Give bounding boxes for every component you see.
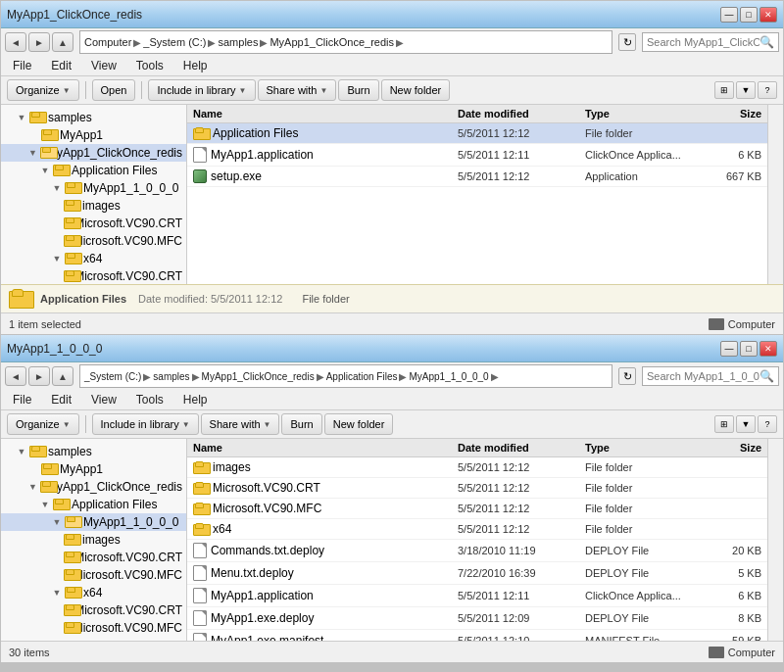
search-input-2[interactable] [647, 370, 760, 382]
menu-file-1[interactable]: File [9, 58, 35, 73]
search-input-1[interactable] [647, 36, 760, 48]
col-header-name-2[interactable]: Name [193, 442, 458, 454]
menu-edit-1[interactable]: Edit [47, 58, 75, 73]
menu-help-1[interactable]: Help [179, 58, 212, 73]
up-button-1[interactable]: ▲ [52, 32, 74, 52]
sidebar2-item-vcmfc2[interactable]: Microsoft.VC90.MFC [1, 619, 186, 637]
share-with-button-2[interactable]: Share with ▼ [201, 413, 280, 435]
address-bar-1[interactable]: Computer ▶ _System (C:) ▶ samples ▶ MyAp… [79, 30, 612, 54]
col-header-type-2[interactable]: Type [585, 442, 703, 454]
info-type-1: File folder [302, 293, 349, 305]
sidebar-item-images[interactable]: images [1, 197, 186, 215]
help-btn-2[interactable]: ? [758, 415, 777, 433]
file2-row-4[interactable]: Commands.txt.deploy 3/18/2010 11:19 DEPL… [187, 540, 767, 562]
file-row-0[interactable]: Application Files 5/5/2011 12:12 File fo… [187, 123, 767, 144]
scrollbar-1[interactable] [767, 105, 783, 284]
file2-row-0[interactable]: images 5/5/2011 12:12 File folder [187, 457, 767, 478]
organize-button-1[interactable]: Organize ▼ [7, 79, 79, 101]
maximize-button-2[interactable]: □ [740, 341, 758, 357]
close-button-1[interactable]: ✕ [760, 7, 777, 23]
col-header-date-1[interactable]: Date modified [458, 108, 585, 120]
file2-row-7[interactable]: MyApp1.exe.deploy 5/5/2011 12:09 DEPLOY … [187, 607, 767, 630]
main-area-2: ▼ samples MyApp1 ▼ MyApp1_ClickOnce_redi… [1, 439, 783, 641]
sidebar-item-x64[interactable]: ▼ x64 [1, 250, 186, 267]
col-header-date-2[interactable]: Date modified [458, 442, 585, 454]
sidebar-item-appfiles[interactable]: ▼ Application Files [1, 162, 186, 179]
file-row-1[interactable]: MyApp1.application 5/5/2011 12:11 ClickO… [187, 144, 767, 167]
sidebar2-item-vcmfc[interactable]: Microsoft.VC90.MFC [1, 566, 186, 584]
back-button-2[interactable]: ◄ [5, 366, 26, 386]
forward-button-1[interactable]: ► [28, 32, 50, 52]
refresh-button-1[interactable]: ↻ [618, 33, 636, 51]
sidebar2-label-vcmfc2: Microsoft.VC90.MFC [74, 621, 182, 635]
close-button-2[interactable]: ✕ [760, 341, 777, 357]
col-header-size-1[interactable]: Size [703, 108, 761, 120]
include-library-button-1[interactable]: Include in library ▼ [148, 79, 255, 101]
new-folder-button-2[interactable]: New folder [324, 413, 394, 435]
menu-view-2[interactable]: View [87, 392, 121, 408]
col-header-size-2[interactable]: Size [703, 442, 761, 454]
sidebar2-item-samples[interactable]: ▼ samples [1, 443, 186, 460]
view-btn-2a[interactable]: ⊞ [714, 415, 734, 433]
address-bar-2[interactable]: _System (C:) ▶ samples ▶ MyApp1_ClickOnc… [79, 364, 612, 388]
file2-row-8[interactable]: MyApp1.exe.manifest 5/5/2011 12:10 MANIF… [187, 630, 767, 641]
sidebar2-item-vcrt2[interactable]: Microsoft.VC90.CRT [1, 601, 186, 619]
sidebar2-item-myapp1[interactable]: MyApp1 [1, 460, 186, 478]
burn-button-2[interactable]: Burn [281, 413, 321, 435]
organize-button-2[interactable]: Organize ▼ [7, 413, 79, 435]
sidebar2-item-x64[interactable]: ▼ x64 [1, 584, 186, 601]
col-header-type-1[interactable]: Type [585, 108, 703, 120]
file2-date-0: 5/5/2011 12:12 [458, 461, 585, 473]
folder-icon-vcrt2 [64, 270, 72, 282]
sidebar2-item-myapp1100[interactable]: ▼ MyApp1_1_0_0_0 [1, 513, 186, 531]
sidebar2-label-x64: x64 [83, 586, 102, 600]
minimize-button-1[interactable]: — [720, 7, 738, 23]
file2-row-5[interactable]: Menu.txt.deploy 7/22/2010 16:39 DEPLOY F… [187, 562, 767, 585]
sidebar2-item-vcrt[interactable]: Microsoft.VC90.CRT [1, 549, 186, 566]
menu-edit-2[interactable]: Edit [47, 392, 75, 408]
include-library-button-2[interactable]: Include in library ▼ [92, 413, 199, 435]
open-button-1[interactable]: Open [92, 79, 136, 101]
file2-row-3[interactable]: x64 5/5/2011 12:12 File folder [187, 519, 767, 540]
sidebar-item-myapp1100[interactable]: ▼ MyApp1_1_0_0_0 [1, 179, 186, 197]
refresh-button-2[interactable]: ↻ [618, 367, 636, 385]
scrollbar-2[interactable] [767, 439, 783, 641]
sidebar2-label-myapp1: MyApp1 [60, 462, 103, 476]
file-row-2[interactable]: setup.exe 5/5/2011 12:12 Application 667… [187, 167, 767, 187]
up-button-2[interactable]: ▲ [52, 366, 74, 386]
menu-tools-1[interactable]: Tools [132, 58, 168, 73]
minimize-button-2[interactable]: — [720, 341, 738, 357]
sidebar-item-clickonce[interactable]: ▼ MyApp1_ClickOnce_redis [1, 144, 186, 162]
forward-button-2[interactable]: ► [28, 366, 50, 386]
back-button-1[interactable]: ◄ [5, 32, 26, 52]
sidebar2-item-clickonce[interactable]: ▼ MyApp1_ClickOnce_redis [1, 478, 186, 496]
sidebar-item-samples[interactable]: ▼ samples [1, 109, 186, 126]
share-with-button-1[interactable]: Share with ▼ [258, 79, 337, 101]
search-box-1[interactable]: 🔍 [642, 32, 779, 52]
view-btn-2b[interactable]: ▼ [736, 415, 756, 433]
menu-view-1[interactable]: View [87, 58, 121, 73]
help-btn-1[interactable]: ? [758, 81, 777, 99]
sidebar-item-vcrt2[interactable]: Microsoft.VC90.CRT [1, 267, 186, 284]
path-samples-1: samples [218, 36, 258, 48]
new-folder-button-1[interactable]: New folder [381, 79, 451, 101]
sidebar-item-myapp1[interactable]: MyApp1 [1, 126, 186, 144]
search-box-2[interactable]: 🔍 [642, 366, 779, 386]
menu-file-2[interactable]: File [9, 392, 35, 408]
status-computer-1: Computer [709, 318, 775, 330]
file2-row-2[interactable]: Microsoft.VC90.MFC 5/5/2011 12:12 File f… [187, 499, 767, 519]
sidebar-item-vcrt[interactable]: Microsoft.VC90.CRT [1, 215, 186, 232]
view-btn-1a[interactable]: ⊞ [714, 81, 734, 99]
sidebar2-item-images[interactable]: images [1, 531, 186, 549]
view-btn-1b[interactable]: ▼ [736, 81, 756, 99]
menu-tools-2[interactable]: Tools [132, 392, 168, 408]
path-computer-1: Computer [84, 36, 131, 48]
file2-row-1[interactable]: Microsoft.VC90.CRT 5/5/2011 12:12 File f… [187, 478, 767, 499]
col-header-name-1[interactable]: Name [193, 108, 458, 120]
maximize-button-1[interactable]: □ [740, 7, 758, 23]
sidebar2-item-appfiles[interactable]: ▼ Application Files [1, 496, 186, 513]
burn-button-1[interactable]: Burn [338, 79, 378, 101]
file2-row-6[interactable]: MyApp1.application 5/5/2011 12:11 ClickO… [187, 585, 767, 607]
sidebar-item-vcmfc[interactable]: Microsoft.VC90.MFC [1, 232, 186, 250]
menu-help-2[interactable]: Help [179, 392, 212, 408]
